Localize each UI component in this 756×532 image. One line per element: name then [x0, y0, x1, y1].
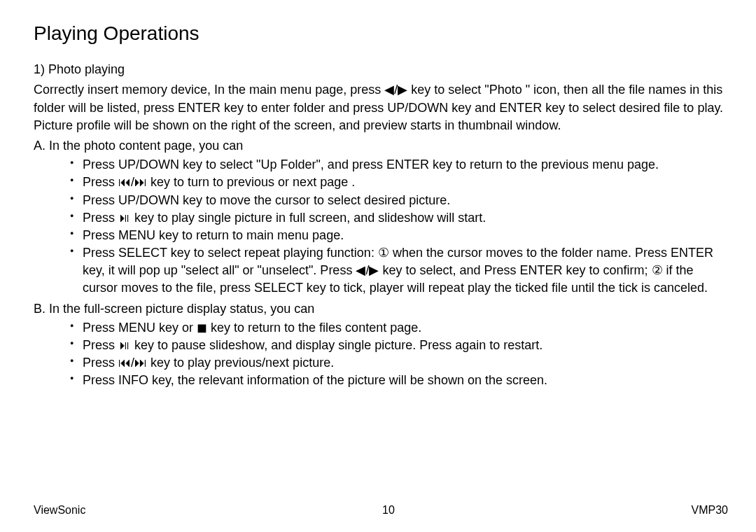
content-area: Playing Operations 1) Photo playing Corr…: [34, 20, 728, 497]
list-item: Press ⏮/⏭ key to turn to previous or nex…: [34, 174, 728, 191]
list-item: Press UP/DOWN key to select "Up Folder",…: [34, 156, 728, 174]
list-item: Press MENU key to return to main menu pa…: [34, 227, 728, 244]
subsection-b-list: Press MENU key or ◼ key to return to the…: [34, 319, 728, 390]
footer-right: VMP30: [692, 503, 728, 518]
document-page: Playing Operations 1) Photo playing Corr…: [0, 0, 756, 532]
section-title: 1) Photo playing: [34, 61, 728, 78]
footer-page-number: 10: [382, 503, 395, 518]
list-item: Press ⏯ key to pause slideshow, and disp…: [34, 337, 728, 354]
section-intro: Correctly insert memory device, In the m…: [34, 81, 728, 134]
subsection-a-label: A. In the photo content page, you can: [34, 137, 728, 155]
list-item: Press SELECT key to select repeat playin…: [34, 244, 728, 298]
footer-left: ViewSonic: [34, 503, 85, 518]
list-item: Press INFO key, the relevant information…: [34, 372, 728, 389]
list-item: Press ⏯ key to play single picture in fu…: [34, 209, 728, 227]
subsection-a-list: Press UP/DOWN key to select "Up Folder",…: [34, 156, 728, 298]
list-item: Press ⏮/⏭ key to play previous/next pict…: [34, 354, 728, 372]
list-item: Press MENU key or ◼ key to return to the…: [34, 319, 728, 337]
subsection-b-label: B. In the full-screen picture display st…: [34, 300, 728, 318]
page-heading: Playing Operations: [34, 20, 728, 47]
page-footer: ViewSonic 10 VMP30: [34, 497, 728, 518]
list-item: Press UP/DOWN key to move the cursor to …: [34, 192, 728, 209]
